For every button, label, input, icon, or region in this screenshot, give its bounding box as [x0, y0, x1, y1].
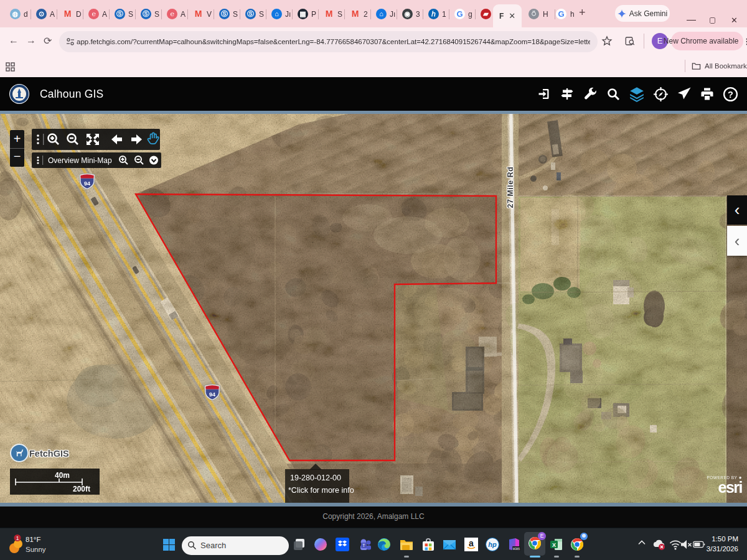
svg-text:94: 94	[209, 391, 215, 398]
svg-text:M365: M365	[513, 548, 520, 551]
svg-text:94: 94	[84, 180, 90, 187]
svg-text:?: ?	[728, 89, 733, 99]
svg-text:T: T	[362, 543, 365, 548]
svg-text:X: X	[552, 542, 556, 548]
svg-text:hp: hp	[488, 541, 497, 548]
svg-text:1: 1	[16, 535, 19, 541]
svg-text:Overview Mini-Map: Overview Mini-Map	[48, 156, 112, 165]
svg-text:a: a	[469, 538, 474, 548]
